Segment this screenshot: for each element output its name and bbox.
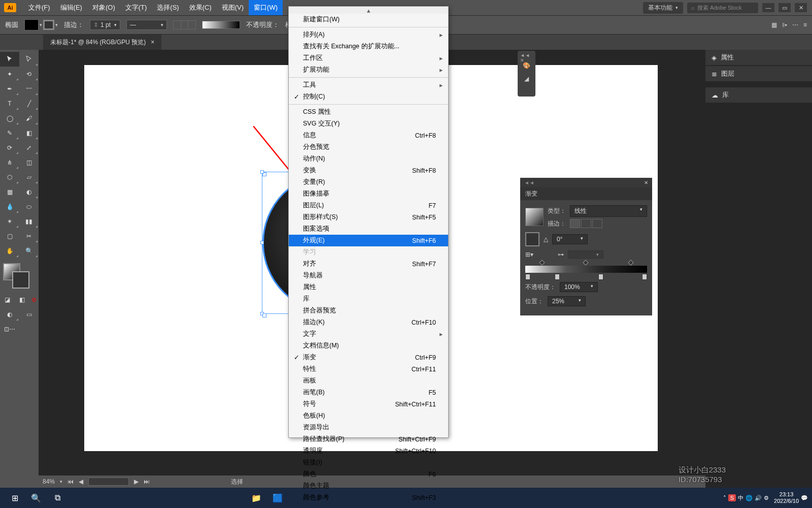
gradient-angle[interactable]: 0°▾ xyxy=(552,234,588,244)
menu-item-SVGY[interactable]: SVG 交互(Y) xyxy=(289,118,448,130)
direct-selection-tool[interactable] xyxy=(19,52,39,67)
gradient-tool[interactable]: ◐ xyxy=(19,184,39,199)
list-icon[interactable]: ≡ xyxy=(803,21,807,28)
menu-item-H[interactable]: 色板(H) xyxy=(289,410,448,422)
edit-toolbar[interactable]: ⊡⋯ xyxy=(0,322,19,336)
stop-position[interactable]: 25%▾ xyxy=(548,296,586,306)
menu-item-[interactable]: 拼合器预览 xyxy=(289,305,448,316)
doc-tab[interactable]: 未标题-1* @ 84% (RGB/GPU 预览) × xyxy=(43,35,161,50)
pen-tool[interactable]: ✒ xyxy=(0,81,19,96)
zoom-tool[interactable]: 🔍 xyxy=(19,243,39,258)
volume-icon[interactable]: 🔊 xyxy=(755,495,762,501)
menu-effect[interactable]: 效果(C) xyxy=(184,0,217,15)
menu-item-L[interactable]: 图层(L)F7 xyxy=(289,200,448,211)
menu-type[interactable]: 文字(T) xyxy=(120,0,152,15)
menu-file[interactable]: 文件(F) xyxy=(23,0,55,15)
ime-lang[interactable]: 中 xyxy=(738,494,743,502)
blend-tool[interactable]: ⬭ xyxy=(19,199,39,214)
network-icon[interactable]: 🌐 xyxy=(746,495,753,501)
grid-icon[interactable]: ▦ xyxy=(771,21,777,28)
menu-item-[interactable]: 工具 xyxy=(289,79,448,91)
perspective-tool[interactable]: ▱ xyxy=(19,170,39,184)
clock-date[interactable]: 2022/6/10 xyxy=(774,498,799,504)
window-close[interactable]: ✕ xyxy=(795,3,807,12)
eyedropper-tool[interactable]: 💧 xyxy=(0,199,19,214)
menu-item-[interactable]: 符号Shift+Ctrl+F11 xyxy=(289,398,448,410)
magic-wand-tool[interactable]: ✦ xyxy=(0,67,19,81)
nav-last-icon[interactable]: ⏭ xyxy=(144,478,150,485)
column-graph-tool[interactable]: ▮▮ xyxy=(19,214,39,229)
gradient-preview-swatch[interactable] xyxy=(525,208,544,226)
slice-tool[interactable]: ✂ xyxy=(19,229,39,243)
eraser-tool[interactable]: ◧ xyxy=(19,125,39,140)
search-stock[interactable]: ⌕搜索 Adobe Stock xyxy=(687,3,758,13)
menu-item-[interactable]: 颜色参考Shift+F3 xyxy=(289,492,448,503)
panel-layers[interactable]: ≣图层 xyxy=(705,66,812,81)
artboard-nav[interactable] xyxy=(88,478,129,486)
panel-properties[interactable]: ◈属性 xyxy=(705,50,812,65)
menu-item-[interactable]: 颜色主题 xyxy=(289,480,448,492)
nav-prev-icon[interactable]: ◀ xyxy=(79,478,83,485)
menu-item-[interactable]: 分色预览 xyxy=(289,141,448,153)
menu-item-R[interactable]: 变量(R) xyxy=(289,176,448,188)
type-tool[interactable]: T xyxy=(0,96,19,111)
menu-view[interactable]: 视图(V) xyxy=(217,0,249,15)
menu-item-[interactable]: 特性Ctrl+F11 xyxy=(289,363,448,375)
menu-item-[interactable]: 渐变Ctrl+F9 xyxy=(289,352,448,363)
menu-item-M[interactable]: 文档信息(M) xyxy=(289,340,448,352)
search-icon[interactable]: 🔍 xyxy=(25,488,47,508)
stroke-mode-2[interactable] xyxy=(581,219,591,228)
rotate-tool[interactable]: ⟳ xyxy=(0,140,19,155)
floating-panel[interactable]: 🎨 ◢ xyxy=(518,51,535,97)
menu-item-[interactable]: 资源导出 xyxy=(289,422,448,433)
menu-item-CSS[interactable]: CSS 属性 xyxy=(289,106,448,118)
shaper-tool[interactable]: ✎ xyxy=(0,125,19,140)
menu-window[interactable]: 窗口(W) xyxy=(249,0,283,15)
menu-select[interactable]: 选择(S) xyxy=(152,0,184,15)
gradient-fill-toggle[interactable] xyxy=(525,232,539,246)
panel-close-icon[interactable]: ✕ xyxy=(644,180,648,185)
gradient-mode[interactable]: ◧ xyxy=(15,292,29,307)
reorder-icon[interactable]: ⋯ xyxy=(792,21,798,28)
stroke-mode-1[interactable] xyxy=(570,219,580,228)
gradient-type-select[interactable]: 线性▾ xyxy=(570,205,647,217)
menu-item-[interactable]: 透明度Shift+Ctrl+F10 xyxy=(289,445,448,457)
fill-stroke-swatches[interactable] xyxy=(0,262,39,290)
artboard-tool[interactable]: ▢ xyxy=(0,229,19,243)
screen-mode[interactable]: ▭ xyxy=(19,307,39,322)
nav-next-icon[interactable]: ▶ xyxy=(134,478,139,485)
stop-opacity[interactable]: 100%▾ xyxy=(560,282,598,292)
menu-item-W[interactable]: 新建窗口(W) xyxy=(289,14,448,25)
ime-icon[interactable]: S xyxy=(728,494,736,501)
start-button[interactable]: ⊞ xyxy=(4,488,25,508)
stroke-mode-3[interactable] xyxy=(592,219,602,228)
menu-item-[interactable]: 扩展功能 xyxy=(289,64,448,76)
notification-icon[interactable]: 💬 xyxy=(801,495,808,501)
gradient-panel[interactable]: ◄◄✕ 渐变 类型：线性▾ 描边： △ 0°▾ ⊞▾ ⊶ ▾ 不透明度：100%… xyxy=(520,178,652,315)
selection-tool[interactable] xyxy=(0,52,19,67)
stroke-width[interactable]: ⇕1 pt▾ xyxy=(90,20,120,30)
fill-swatch[interactable] xyxy=(24,19,39,30)
menu-item-N[interactable]: 动作(N) xyxy=(289,153,448,165)
align-icon[interactable]: ⫴▾ xyxy=(782,21,787,28)
brush-def[interactable]: —▾ xyxy=(126,20,167,30)
zoom-level[interactable]: 84% xyxy=(43,478,55,485)
menu-item-Exchange[interactable]: 查找有关 Exchange 的扩展功能... xyxy=(289,41,448,52)
explorer-icon[interactable]: 📁 xyxy=(246,488,267,508)
menu-item-[interactable]: 导航器 xyxy=(289,270,448,281)
gradient-preview[interactable] xyxy=(202,21,240,29)
menu-object[interactable]: 对象(O) xyxy=(87,0,120,15)
draw-mode[interactable]: ◐ xyxy=(0,307,19,322)
menu-item-E[interactable]: 外观(E)Shift+F6 xyxy=(289,235,448,246)
gradient-slider[interactable] xyxy=(525,266,647,273)
panel-libraries[interactable]: ☁库 xyxy=(705,87,812,103)
menu-item-[interactable]: 图案选项 xyxy=(289,223,448,235)
menu-item-[interactable]: 库 xyxy=(289,293,448,305)
ellipse-tool[interactable]: ◯ xyxy=(0,111,19,125)
scale-tool[interactable]: ⤢ xyxy=(19,140,39,155)
tray-chevron-icon[interactable]: ˄ xyxy=(723,495,726,501)
task-view-icon[interactable]: ⧉ xyxy=(47,488,68,508)
nav-first-icon[interactable]: ⏮ xyxy=(67,478,74,485)
settings-icon[interactable]: ⚙ xyxy=(764,495,769,501)
menu-item-A[interactable]: 排列(A) xyxy=(289,29,448,41)
